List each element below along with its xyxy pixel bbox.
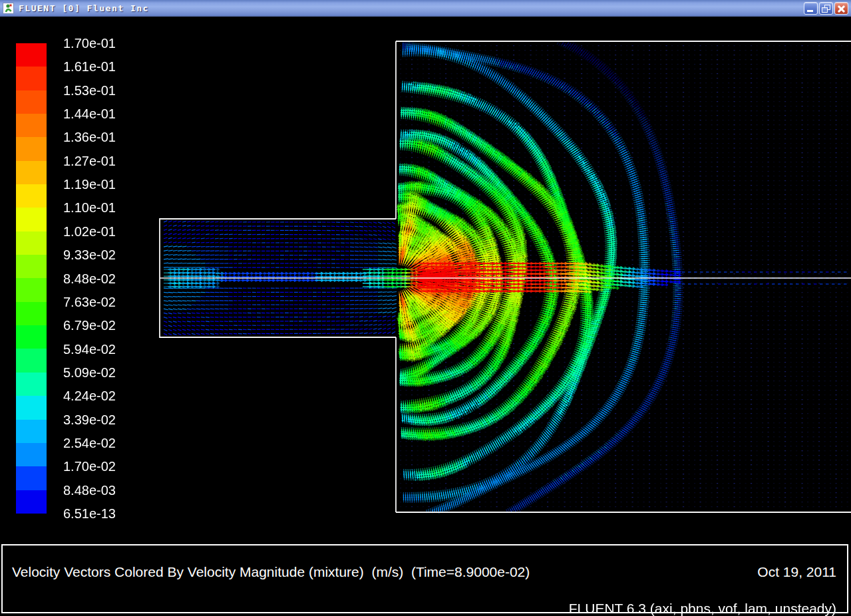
legend-band <box>16 466 47 490</box>
legend-band <box>16 231 47 255</box>
legend-band <box>16 114 47 137</box>
legend-band <box>16 161 47 184</box>
legend-value: 5.94e-02 <box>63 341 116 357</box>
legend-band <box>16 137 47 160</box>
legend-value: 1.61e-01 <box>63 59 116 75</box>
graphics-area[interactable]: 1.70e-011.61e-011.53e-011.44e-011.36e-01… <box>0 17 851 616</box>
legend-band <box>16 420 47 443</box>
window-title: FLUENT [0] Fluent Inc <box>19 3 149 13</box>
legend-value: 6.79e-02 <box>63 318 116 333</box>
legend-band <box>16 278 47 301</box>
legend-band <box>16 67 47 90</box>
legend-value: 3.39e-02 <box>63 412 116 427</box>
legend-value: 8.48e-02 <box>63 271 116 286</box>
legend-value: 8.48e-03 <box>63 482 116 498</box>
titlebar[interactable]: FLUENT [0] Fluent Inc <box>0 0 851 17</box>
caption-solver: FLUENT 6.3 (axi, pbns, vof, lam, unstead… <box>569 601 836 616</box>
restore-button[interactable] <box>819 2 833 15</box>
legend-value: 1.70e-02 <box>63 459 116 474</box>
colormap-bar <box>16 43 47 514</box>
legend-value: 1.53e-01 <box>63 82 116 98</box>
caption-title: Velocity Vectors Colored By Velocity Mag… <box>12 564 530 580</box>
legend-value: 1.36e-01 <box>63 130 116 145</box>
legend-band <box>16 349 47 372</box>
legend-value: 4.24e-02 <box>63 388 116 404</box>
legend-band <box>16 373 47 396</box>
legend-value: 1.27e-01 <box>63 153 116 168</box>
caption-box: Velocity Vectors Colored By Velocity Mag… <box>1 544 848 613</box>
colormap-legend: 1.70e-011.61e-011.53e-011.44e-011.36e-01… <box>16 43 162 536</box>
legend-value: 1.19e-01 <box>63 177 116 192</box>
colormap-labels: 1.70e-011.61e-011.53e-011.44e-011.36e-01… <box>63 43 156 536</box>
legend-band <box>16 208 47 231</box>
legend-band <box>16 443 47 466</box>
legend-value: 6.51e-13 <box>63 506 116 522</box>
fluent-app-icon <box>3 3 14 14</box>
legend-value: 2.54e-02 <box>63 435 116 450</box>
legend-band <box>16 396 47 419</box>
window-controls <box>804 2 848 15</box>
fluent-window: FLUENT [0] Fluent Inc 1.70e-011.61e-011.… <box>0 0 851 616</box>
legend-value: 1.70e-01 <box>63 36 116 51</box>
legend-band <box>16 255 47 278</box>
legend-value: 1.10e-01 <box>63 200 116 216</box>
legend-band <box>16 43 47 67</box>
legend-band <box>16 184 47 208</box>
legend-value: 1.02e-01 <box>63 224 116 239</box>
legend-band <box>16 90 47 114</box>
close-button[interactable] <box>834 2 848 15</box>
minimize-button[interactable] <box>804 2 818 15</box>
legend-value: 5.09e-02 <box>63 365 116 380</box>
legend-band <box>16 490 47 514</box>
legend-value: 1.44e-01 <box>63 106 116 122</box>
legend-band <box>16 302 47 325</box>
minimize-icon <box>807 10 813 12</box>
caption-date: Oct 19, 2011 <box>757 564 836 580</box>
legend-band <box>16 325 47 349</box>
legend-value: 7.63e-02 <box>63 294 116 309</box>
legend-value: 9.33e-02 <box>63 247 116 263</box>
